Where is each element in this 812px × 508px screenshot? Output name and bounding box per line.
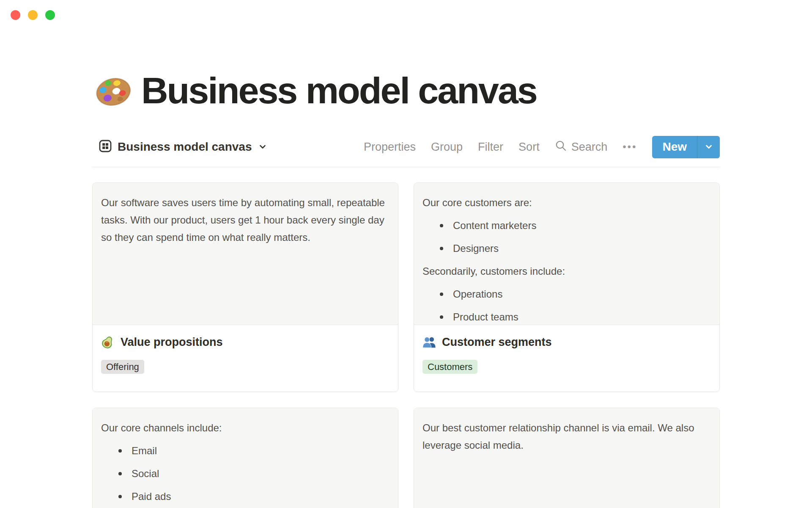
bullet-text: Content marketers xyxy=(453,220,536,231)
bullet-text: Paid ads xyxy=(132,491,171,502)
gallery-card[interactable]: Our best customer relationship channel i… xyxy=(414,408,720,508)
toolbar-group[interactable]: Group xyxy=(431,141,463,154)
card-grid: Our software saves users time by automat… xyxy=(92,182,720,508)
new-button-label[interactable]: New xyxy=(652,136,697,158)
bullet-icon xyxy=(440,224,443,227)
bullet-icon xyxy=(440,315,443,319)
tag-customers[interactable]: Customers xyxy=(422,360,477,374)
toolbar-search-label: Search xyxy=(571,141,608,154)
bullet-list-item: Social xyxy=(101,465,390,482)
bullet-text: Designers xyxy=(453,243,499,254)
gallery-view-icon xyxy=(99,140,112,154)
bullet-text: Social xyxy=(132,468,159,479)
tag-offering[interactable]: Offering xyxy=(101,360,144,374)
card-title: Customer segments xyxy=(442,336,552,349)
view-bar: Business model canvas Properties Group F… xyxy=(92,136,720,157)
new-button[interactable]: New xyxy=(652,136,720,158)
traffic-light-close[interactable] xyxy=(11,10,20,20)
view-selector[interactable]: Business model canvas xyxy=(92,140,267,154)
bullet-list-item: Product teams xyxy=(422,308,711,325)
bullet-list-item: Designers xyxy=(422,240,711,257)
bullet-list-item: Operations xyxy=(422,285,711,303)
preview-paragraph: Secondarily, customers include: xyxy=(422,262,711,280)
toolbar-sort[interactable]: Sort xyxy=(518,141,540,154)
card-tags: Offering xyxy=(101,360,390,374)
bullet-icon xyxy=(440,293,443,296)
search-icon xyxy=(555,140,567,155)
bullet-icon xyxy=(118,449,122,453)
new-button-chevron-icon[interactable] xyxy=(697,136,720,158)
card-preview: Our core customers are:Content marketers… xyxy=(414,183,719,325)
toolbar-properties[interactable]: Properties xyxy=(364,141,416,154)
preview-paragraph: Our core channels include: xyxy=(101,419,390,436)
card-footer: Customer segments Customers xyxy=(414,325,719,384)
gallery-card[interactable]: Our core channels include:EmailSocialPai… xyxy=(92,408,398,508)
page-title[interactable]: Business model canvas xyxy=(141,71,537,110)
app-window: Business model canvas Business model can… xyxy=(0,0,812,508)
gallery-card[interactable]: Our software saves users time by automat… xyxy=(92,182,398,392)
card-preview: Our software saves users time by automat… xyxy=(93,183,398,325)
card-tags: Customers xyxy=(422,360,711,374)
bullet-icon xyxy=(440,247,443,250)
chevron-down-icon xyxy=(258,143,267,153)
page-header: Business model canvas xyxy=(92,71,720,110)
bullet-list-item: Email xyxy=(101,442,390,459)
bullet-icon xyxy=(118,472,122,475)
preview-paragraph: Our software saves users time by automat… xyxy=(101,194,390,246)
card-footer: Value propositions Offering xyxy=(93,325,398,384)
bullet-list-item: Paid ads xyxy=(101,488,390,505)
preview-paragraph: Our core customers are: xyxy=(422,194,711,211)
more-options-icon[interactable]: ••• xyxy=(623,141,637,153)
bullet-text: Email xyxy=(132,445,157,456)
traffic-light-minimize[interactable] xyxy=(28,10,38,20)
gallery-card[interactable]: Our core customers are:Content marketers… xyxy=(414,182,720,392)
toolbar-filter[interactable]: Filter xyxy=(478,141,503,154)
people-icon xyxy=(422,335,436,349)
avocado-icon xyxy=(101,335,115,349)
view-name: Business model canvas xyxy=(118,140,252,154)
card-preview: Our core channels include:EmailSocialPai… xyxy=(93,408,398,508)
preview-paragraph: Our best customer relationship channel i… xyxy=(422,419,711,454)
bullet-text: Operations xyxy=(453,288,502,300)
view-toolbar: Properties Group Filter Sort Search ••• … xyxy=(364,136,720,158)
bullet-icon xyxy=(118,495,122,498)
card-title: Value propositions xyxy=(121,336,223,349)
window-controls xyxy=(11,10,55,20)
palette-icon[interactable] xyxy=(95,72,132,109)
toolbar-search[interactable]: Search xyxy=(555,140,608,155)
header-divider xyxy=(92,167,720,167)
traffic-light-zoom[interactable] xyxy=(45,10,55,20)
bullet-list-item: Content marketers xyxy=(422,217,711,234)
card-preview: Our best customer relationship channel i… xyxy=(414,408,719,508)
bullet-text: Product teams xyxy=(453,311,518,323)
